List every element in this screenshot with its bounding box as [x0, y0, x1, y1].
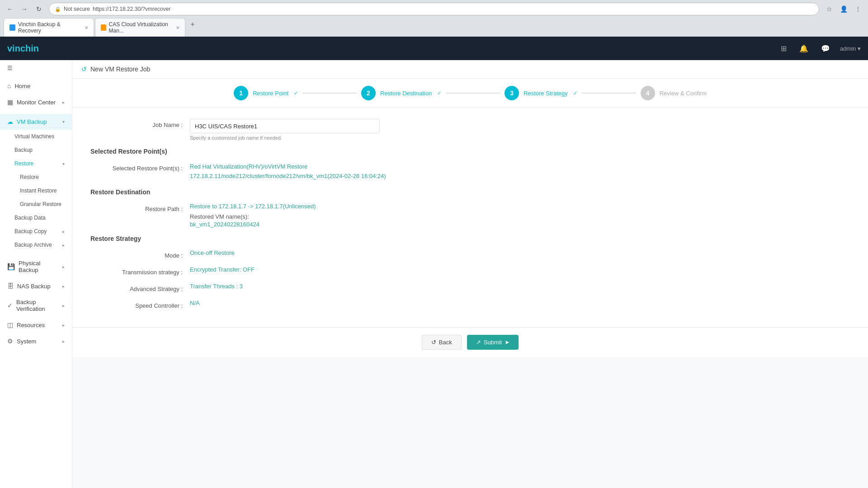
home-icon: ⌂ — [7, 82, 11, 89]
sidebar-section-home: ⌂ Home ▦ Monitor Center ▸ — [0, 76, 72, 112]
step-3-circle: 3 — [505, 86, 519, 100]
sidebar-label-home: Home — [14, 83, 30, 89]
sidebar-sub-backup-archive[interactable]: Backup Archive ▸ — [0, 238, 72, 252]
form-body: Job Name : Specify a customized job name… — [72, 108, 868, 327]
resources-arrow: ▸ — [62, 323, 65, 328]
sidebar-item-home[interactable]: ⌂ Home — [0, 78, 72, 94]
sidebar-item-nas[interactable]: 🗄 NAS Backup ▸ — [0, 278, 72, 294]
vmbackup-icon: ☁ — [7, 118, 13, 125]
sidebar-item-vmbackup[interactable]: ☁ VM Backup ▾ — [0, 114, 72, 130]
sidebar-sub-restore-sub[interactable]: Restore — [0, 170, 72, 184]
step-3-label[interactable]: Restore Strategy — [524, 90, 568, 97]
verification-arrow: ▸ — [62, 303, 65, 308]
sidebar-item-monitor[interactable]: ▦ Monitor Center ▸ — [0, 94, 72, 110]
backup-archive-arrow: ▸ — [62, 243, 65, 248]
mode-text: Once-off Restore — [190, 249, 850, 256]
restore-path-text: Restore to 172.18.1.7 -> 172.18.1.7(Unli… — [190, 203, 850, 210]
step-2-label[interactable]: Restore Destination — [380, 90, 432, 97]
tab-close-cas[interactable]: ✕ — [176, 25, 179, 30]
sidebar-item-backup-verification[interactable]: ✓ Backup Verification ▸ — [0, 294, 72, 317]
sidebar-sub-label-backup-copy: Backup Copy — [14, 228, 47, 235]
system-arrow: ▸ — [62, 339, 65, 344]
step-4-circle: 4 — [641, 86, 655, 100]
step-4-label[interactable]: Review & Confirm — [660, 90, 707, 97]
back-button[interactable]: ↺ Back — [422, 335, 462, 350]
bookmark-button[interactable]: ☆ — [823, 3, 835, 15]
step-2: 2 Restore Destination ✓ — [361, 86, 441, 100]
speed-value: N/A — [190, 300, 850, 306]
back-button[interactable]: ← — [4, 3, 16, 15]
sidebar-sub-backup-copy[interactable]: Backup Copy ▸ — [0, 225, 72, 238]
job-name-input[interactable] — [190, 119, 380, 133]
sidebar-sub-instant-restore[interactable]: Instant Restore — [0, 184, 72, 197]
submit-icon: ↗ — [476, 339, 481, 346]
refresh-button[interactable]: ↻ — [33, 3, 45, 15]
restore-points-value: Red Hat Virtualization(RHV)/oVirtVM Rest… — [190, 162, 850, 181]
nas-icon: 🗄 — [7, 282, 14, 290]
sidebar-sub-backup-data[interactable]: Backup Data — [0, 211, 72, 225]
resources-icon: ◫ — [7, 321, 13, 328]
bell-icon[interactable]: 🔔 — [799, 44, 808, 53]
restore-point-line1: Red Hat Virtualization(RHV)/oVirtVM Rest… — [190, 162, 850, 172]
grid-icon[interactable]: ⊞ — [781, 44, 787, 53]
sidebar-sub-granular-restore[interactable]: Granular Restore — [0, 197, 72, 211]
step-1-label[interactable]: Restore Point — [253, 90, 288, 97]
restore-path-row: Restore Path : Restore to 172.18.1.7 -> … — [90, 203, 850, 228]
sidebar-sub-label-granular-restore: Granular Restore — [20, 201, 61, 207]
restore-destination-section-title: Restore Destination — [90, 188, 850, 196]
restore-strategy-section-title: Restore Strategy — [90, 235, 850, 242]
sidebar-sub-backup[interactable]: Backup — [0, 143, 72, 157]
step-1-circle: 1 — [234, 86, 248, 100]
back-icon: ↺ — [431, 339, 436, 346]
submit-button[interactable]: ↗ Submit ➤ — [467, 335, 519, 350]
lock-icon: 🔒 — [55, 6, 61, 12]
submit-label: Submit — [484, 339, 502, 346]
tab-cas[interactable]: CAS Cloud Virtualization Man... ✕ — [95, 18, 185, 37]
tab-vinchin[interactable]: Vinchin Backup & Recovery ✕ — [4, 18, 94, 37]
physical-arrow: ▸ — [62, 264, 65, 269]
sidebar-label-resources: Resources — [17, 322, 45, 328]
forward-button[interactable]: → — [18, 3, 31, 15]
sidebar-sub-label-restore: Restore — [14, 160, 33, 167]
menu-button[interactable]: ⋮ — [852, 3, 864, 15]
top-nav: vinchin ⊞ 🔔 💬 admin ▾ — [0, 37, 868, 60]
tab-close-vinchin[interactable]: ✕ — [85, 25, 88, 30]
sidebar-item-physical[interactable]: 💾 Physical Backup ▸ — [0, 255, 72, 278]
sidebar-sub-restore[interactable]: Restore ▾ — [0, 157, 72, 170]
tab-favicon-cas — [101, 24, 106, 31]
button-bar: ↺ Back ↗ Submit ➤ — [72, 327, 868, 357]
mode-row: Mode : Once-off Restore — [90, 249, 850, 259]
vmbackup-arrow: ▾ — [62, 119, 65, 124]
transmission-row: Transmission strategy : Encrypted Transf… — [90, 266, 850, 276]
mode-value: Once-off Restore — [190, 249, 850, 256]
sidebar-sub-label-instant-restore: Instant Restore — [20, 188, 57, 194]
step-4-number: 4 — [646, 89, 650, 97]
user-menu[interactable]: admin ▾ — [840, 45, 861, 52]
chat-icon[interactable]: 💬 — [821, 44, 830, 53]
sidebar-sub-virtual-machines[interactable]: Virtual Machines — [0, 130, 72, 143]
step-2-circle: 2 — [361, 86, 376, 100]
monitor-icon: ▦ — [7, 99, 13, 106]
speed-label: Speed Controller : — [90, 300, 190, 309]
sidebar: ☰ ⌂ Home ▦ Monitor Center ▸ ☁ VM Backup … — [0, 60, 72, 488]
sidebar-toggle[interactable]: ☰ — [0, 60, 72, 76]
job-name-label: Job Name : — [90, 119, 190, 128]
restore-path-label: Restore Path : — [90, 203, 190, 212]
step-2-number: 2 — [367, 89, 370, 97]
sidebar-sub-label-vms: Virtual Machines — [14, 133, 55, 140]
sidebar-item-system[interactable]: ⚙ System ▸ — [0, 333, 72, 349]
new-tab-button[interactable]: + — [186, 18, 199, 31]
step-connector-3 — [582, 93, 636, 94]
logo-part1: vin — [7, 43, 20, 53]
profile-button[interactable]: 👤 — [837, 3, 850, 15]
physical-icon: 💾 — [7, 263, 15, 270]
sidebar-item-resources[interactable]: ◫ Resources ▸ — [0, 317, 72, 333]
logo-part2: chin — [20, 43, 39, 53]
sidebar-label-nas: NAS Backup — [17, 283, 51, 290]
address-bar[interactable]: 🔒 Not secure https://172.18.22.30/?vmrec… — [49, 3, 819, 15]
step-connector-2 — [446, 93, 500, 94]
address-text: https://172.18.22.30/?vmrecover — [93, 6, 170, 12]
sidebar-sub-label-restore-sub: Restore — [20, 174, 39, 180]
mode-label: Mode : — [90, 249, 190, 259]
sidebar-sub-label-backup-data: Backup Data — [14, 215, 46, 221]
